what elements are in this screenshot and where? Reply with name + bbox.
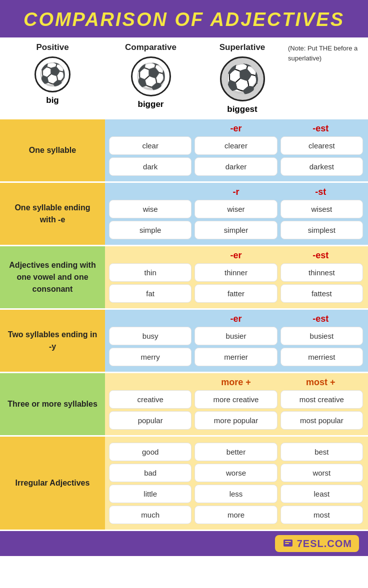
word-positive-irregular-3: much xyxy=(109,506,192,524)
word-positive-three-syl-0: creative xyxy=(109,390,192,409)
ball-superlative-label: biggest xyxy=(227,104,257,114)
word-comparative-irregular-3: more xyxy=(194,506,277,524)
word-positive-irregular-1: bad xyxy=(109,464,192,482)
words-row-one-syllable-0: clearclearerclearest xyxy=(109,136,363,155)
words-row-two-syl-y-1: merrymerriermerriest xyxy=(109,348,363,366)
suffix-comp-adj-cons: -er xyxy=(194,250,278,261)
word-comparative-two-syl-y-1: merrier xyxy=(194,348,277,366)
suffix-super-adj-cons: -est xyxy=(278,250,363,261)
suffix-super-three-syl: most + xyxy=(278,377,363,388)
section-row-two-syl-y: Two syllables ending in -y-er-estbusybus… xyxy=(0,310,368,373)
section-label-one-syllable-e: One syllable ending with -e xyxy=(0,183,105,245)
ball-positive-label: big xyxy=(46,95,59,105)
word-positive-one-syllable-e-1: simple xyxy=(109,221,192,239)
section-row-one-syllable: One syllable-er-estclearclearerclearestd… xyxy=(0,119,368,183)
section-content-one-syllable: -er-estclearclearerclearestdarkdarkerdar… xyxy=(105,119,368,181)
section-label-adj-cons: Adjectives ending with one vowel and one… xyxy=(0,246,105,308)
words-row-one-syllable-e-0: wisewiserwisest xyxy=(109,200,363,218)
word-positive-adj-cons-1: fat xyxy=(109,284,192,303)
word-comparative-irregular-1: worse xyxy=(194,464,277,482)
col-positive: Positive xyxy=(36,42,68,52)
word-superlative-irregular-1: worst xyxy=(280,464,363,482)
section-content-three-syl: more +most +creativemore creativemost cr… xyxy=(105,373,368,435)
word-comparative-one-syllable-1: darker xyxy=(194,157,277,176)
word-comparative-three-syl-0: more creative xyxy=(194,390,277,409)
ball-comparative-label: bigger xyxy=(138,99,164,109)
suffix-super-two-syl-y: -est xyxy=(278,314,363,324)
word-comparative-irregular-0: better xyxy=(194,443,277,461)
suffix-super-one-syllable-e: -st xyxy=(278,187,363,197)
word-superlative-irregular-0: best xyxy=(280,443,363,461)
page-title: COMPARISON OF ADJECTIVES xyxy=(24,9,344,30)
suffix-comp-one-syllable-e: -r xyxy=(194,187,278,197)
word-comparative-one-syllable-e-1: simpler xyxy=(194,221,277,239)
word-positive-adj-cons-0: thin xyxy=(109,263,192,282)
section-content-two-syl-y: -er-estbusybusierbusiestmerrymerriermerr… xyxy=(105,310,368,372)
word-superlative-one-syllable-e-0: wisest xyxy=(280,200,363,218)
words-row-irregular-2: littlelessleast xyxy=(109,485,363,503)
word-positive-one-syllable-1: dark xyxy=(109,157,192,176)
words-row-adj-cons-1: fatfatterfattest xyxy=(109,284,363,303)
words-row-irregular-1: badworseworst xyxy=(109,464,363,482)
word-superlative-one-syllable-0: clearest xyxy=(280,136,363,155)
section-content-adj-cons: -er-estthinthinnerthinnestfatfatterfatte… xyxy=(105,246,368,308)
words-row-one-syllable-1: darkdarkerdarkest xyxy=(109,157,363,176)
word-positive-one-syllable-0: clear xyxy=(109,136,192,155)
superlative-note: (Note: Put THE before a superlative) xyxy=(288,37,368,119)
suffix-row-two-syl-y: -er-est xyxy=(109,313,363,327)
section-row-one-syllable-e: One syllable ending with -e-r-stwisewise… xyxy=(0,183,368,246)
section-content-irregular: goodbetterbestbadworseworstlittlelesslea… xyxy=(105,437,368,530)
section-label-three-syl: Three or more syllables xyxy=(0,373,105,435)
words-row-irregular-3: muchmoremost xyxy=(109,506,363,524)
header: COMPARISON OF ADJECTIVES xyxy=(0,0,368,37)
word-comparative-irregular-2: less xyxy=(194,485,277,503)
suffix-comp-three-syl: more + xyxy=(194,377,278,388)
section-row-irregular: Irregular Adjectivesgoodbetterbestbadwor… xyxy=(0,437,368,531)
word-positive-two-syl-y-1: merry xyxy=(109,348,192,366)
footer-logo: 7ESL.COM xyxy=(275,535,359,552)
words-row-irregular-0: goodbetterbest xyxy=(109,443,363,461)
word-superlative-two-syl-y-0: busiest xyxy=(280,327,363,345)
word-positive-irregular-2: little xyxy=(109,485,192,503)
word-comparative-one-syllable-e-0: wiser xyxy=(194,200,277,218)
word-positive-two-syl-y-0: busy xyxy=(109,327,192,345)
word-superlative-irregular-2: least xyxy=(280,485,363,503)
word-superlative-one-syllable-e-1: simplest xyxy=(280,221,363,239)
word-superlative-adj-cons-1: fattest xyxy=(280,284,363,303)
words-row-one-syllable-e-1: simplesimplersimplest xyxy=(109,221,363,239)
word-positive-one-syllable-e-0: wise xyxy=(109,200,192,218)
word-superlative-one-syllable-1: darkest xyxy=(280,157,363,176)
section-row-adj-cons: Adjectives ending with one vowel and one… xyxy=(0,246,368,310)
ball-superlative: ⚽ xyxy=(220,56,265,101)
section-row-three-syl: Three or more syllablesmore +most +creat… xyxy=(0,373,368,437)
col-superlative: Superlative xyxy=(220,42,266,52)
book-icon xyxy=(282,538,294,550)
word-superlative-three-syl-1: most popular xyxy=(280,411,363,430)
word-superlative-two-syl-y-1: merriest xyxy=(280,348,363,366)
section-label-irregular: Irregular Adjectives xyxy=(0,437,105,530)
ball-comparative: ⚽ xyxy=(131,56,171,96)
word-comparative-adj-cons-0: thinner xyxy=(194,263,277,282)
suffix-super-one-syllable: -est xyxy=(278,123,363,134)
word-positive-irregular-0: good xyxy=(109,443,192,461)
section-label-two-syl-y: Two syllables ending in -y xyxy=(0,310,105,372)
words-row-three-syl-1: popularmore popularmost popular xyxy=(109,411,363,430)
suffix-row-three-syl: more +most + xyxy=(109,376,363,390)
word-superlative-adj-cons-0: thinnest xyxy=(280,263,363,282)
word-comparative-adj-cons-1: fatter xyxy=(194,284,277,303)
footer: 7ESL.COM xyxy=(0,531,368,556)
word-superlative-irregular-3: most xyxy=(280,506,363,524)
word-comparative-two-syl-y-0: busier xyxy=(194,327,277,345)
section-label-one-syllable: One syllable xyxy=(0,119,105,181)
suffix-row-one-syllable: -er-est xyxy=(109,122,363,136)
word-superlative-three-syl-0: most creative xyxy=(280,390,363,409)
word-comparative-three-syl-1: more popular xyxy=(194,411,277,430)
ball-positive: ⚽ xyxy=(34,56,70,92)
words-row-two-syl-y-0: busybusierbusiest xyxy=(109,327,363,345)
col-comparative: Comparative xyxy=(125,42,176,52)
words-row-three-syl-0: creativemore creativemost creative xyxy=(109,390,363,409)
svg-rect-2 xyxy=(285,543,289,544)
suffix-row-one-syllable-e: -r-st xyxy=(109,186,363,200)
section-content-one-syllable-e: -r-stwisewiserwisestsimplesimplersimples… xyxy=(105,183,368,245)
suffix-comp-one-syllable: -er xyxy=(194,123,278,134)
